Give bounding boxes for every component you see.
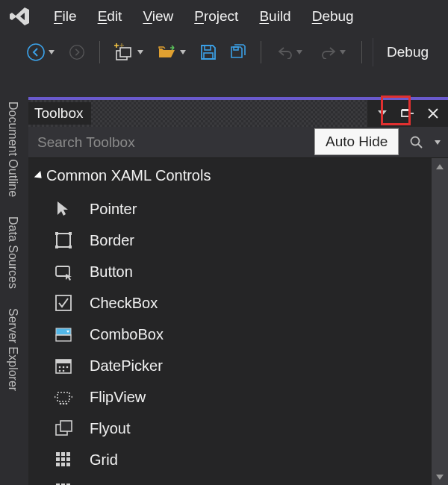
undo-button bbox=[272, 39, 308, 66]
redo-button bbox=[315, 39, 351, 66]
svg-rect-5 bbox=[204, 53, 213, 59]
svg-rect-39 bbox=[56, 463, 60, 466]
svg-rect-12 bbox=[55, 232, 58, 235]
nav-back-button[interactable] bbox=[22, 39, 58, 66]
toolbox-item[interactable]: CheckBox bbox=[28, 287, 430, 319]
scroll-down-button[interactable] bbox=[432, 469, 448, 485]
tree-group-header[interactable]: Common XAML Controls bbox=[28, 163, 430, 193]
svg-rect-15 bbox=[69, 245, 72, 248]
flipview-icon bbox=[54, 387, 73, 407]
panel-menu-button[interactable] bbox=[372, 103, 393, 124]
svg-rect-13 bbox=[69, 232, 72, 235]
toolbox-item[interactable]: Border bbox=[28, 225, 430, 256]
open-file-button[interactable] bbox=[154, 39, 190, 66]
panel-title: Toolbox bbox=[34, 105, 84, 122]
menu-bar: File Edit View Project Build Debug bbox=[0, 0, 448, 33]
menu-file[interactable]: File bbox=[54, 8, 77, 25]
menu-debug[interactable]: Debug bbox=[312, 8, 354, 25]
svg-rect-11 bbox=[57, 234, 70, 247]
svg-rect-27 bbox=[57, 392, 69, 401]
svg-rect-33 bbox=[56, 452, 60, 456]
toolbox-panel: Toolbox Auto Hide bbox=[28, 97, 448, 485]
combobox-icon bbox=[54, 325, 73, 344]
svg-point-25 bbox=[59, 370, 61, 372]
menu-project[interactable]: Project bbox=[194, 8, 238, 25]
svg-rect-3 bbox=[120, 48, 131, 57]
menu-edit[interactable]: Edit bbox=[98, 8, 122, 25]
svg-point-28 bbox=[60, 403, 62, 405]
expander-icon bbox=[34, 170, 45, 181]
svg-rect-41 bbox=[66, 463, 70, 466]
vs-logo-icon bbox=[6, 3, 33, 30]
svg-point-23 bbox=[63, 366, 65, 369]
svg-rect-4 bbox=[205, 46, 211, 50]
side-tab-data-sources[interactable]: Data Sources bbox=[6, 213, 19, 292]
toolbox-item-label: Border bbox=[90, 232, 134, 249]
gridview-icon bbox=[54, 481, 73, 485]
toolbox-item-label: CheckBox bbox=[90, 295, 158, 312]
toolbox-item-label: Flyout bbox=[90, 420, 130, 437]
svg-rect-19 bbox=[56, 335, 71, 341]
toolbar-separator bbox=[99, 41, 100, 63]
side-tab-strip: Document Outline Data Sources Server Exp… bbox=[0, 98, 25, 394]
checkbox-icon bbox=[54, 293, 73, 313]
toolbox-item-label: Grid bbox=[90, 451, 118, 469]
toolbar-separator bbox=[361, 41, 362, 63]
tooltip-auto-hide: Auto Hide bbox=[314, 128, 399, 155]
save-button[interactable] bbox=[197, 39, 220, 66]
toolbox-item[interactable]: Flyout bbox=[28, 413, 430, 444]
svg-rect-36 bbox=[56, 457, 60, 461]
svg-rect-34 bbox=[61, 452, 65, 456]
toolbox-item-label: DatePicker bbox=[90, 357, 163, 375]
group-label: Common XAML Controls bbox=[46, 167, 211, 184]
scrollbar[interactable] bbox=[432, 158, 448, 485]
svg-rect-7 bbox=[402, 110, 409, 116]
grid-icon bbox=[54, 450, 73, 469]
toolbox-item[interactable]: Grid bbox=[28, 444, 430, 475]
side-tab-document-outline[interactable]: Document Outline bbox=[6, 98, 19, 200]
flyout-icon bbox=[54, 419, 73, 438]
search-icon[interactable] bbox=[406, 132, 427, 153]
side-tab-server-explorer[interactable]: Server Explorer bbox=[6, 305, 19, 394]
svg-point-9 bbox=[411, 137, 420, 145]
toolbox-item-label: FlipView bbox=[90, 389, 146, 406]
toolbox-item[interactable]: ComboBox bbox=[28, 319, 430, 350]
svg-point-1 bbox=[70, 46, 84, 60]
svg-rect-35 bbox=[66, 452, 70, 456]
config-selector[interactable]: Debug bbox=[373, 38, 442, 66]
search-options-caret[interactable] bbox=[435, 140, 441, 145]
toolbox-item[interactable]: Button bbox=[28, 256, 430, 287]
cursor-icon bbox=[54, 199, 73, 219]
menu-build[interactable]: Build bbox=[259, 8, 290, 25]
scroll-up-button[interactable] bbox=[432, 158, 448, 175]
svg-point-26 bbox=[63, 370, 65, 372]
toolbox-item[interactable]: DatePicker bbox=[28, 350, 430, 381]
toolbar: Debug bbox=[0, 33, 448, 72]
svg-rect-14 bbox=[55, 245, 58, 248]
panel-header[interactable]: Toolbox bbox=[28, 100, 448, 127]
svg-rect-37 bbox=[61, 457, 65, 461]
toolbox-item[interactable]: Pointer bbox=[28, 193, 430, 225]
menu-view[interactable]: View bbox=[143, 8, 173, 25]
svg-rect-10 bbox=[57, 234, 70, 247]
new-item-button[interactable] bbox=[111, 39, 146, 66]
svg-point-29 bbox=[63, 403, 65, 405]
button-icon bbox=[54, 262, 73, 281]
toolbox-item-label: GridView bbox=[90, 483, 150, 486]
pin-button[interactable] bbox=[397, 103, 418, 124]
svg-point-0 bbox=[28, 44, 44, 60]
nav-forward-button bbox=[66, 39, 89, 66]
svg-rect-21 bbox=[56, 360, 71, 363]
border-icon bbox=[54, 231, 73, 250]
toolbox-item-label: ComboBox bbox=[90, 326, 164, 343]
svg-point-24 bbox=[66, 366, 69, 369]
svg-rect-38 bbox=[66, 457, 70, 461]
save-all-button[interactable] bbox=[228, 39, 251, 66]
toolbox-item[interactable]: GridView bbox=[28, 475, 430, 485]
svg-rect-32 bbox=[60, 421, 72, 431]
datepicker-icon bbox=[54, 356, 73, 375]
toolbox-item[interactable]: FlipView bbox=[28, 381, 430, 413]
close-panel-button[interactable] bbox=[423, 103, 444, 124]
toolbox-item-label: Button bbox=[90, 263, 133, 281]
svg-point-30 bbox=[66, 403, 68, 405]
